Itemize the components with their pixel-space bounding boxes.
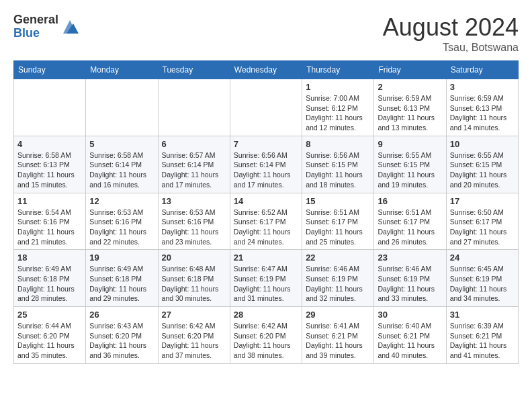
- page-header: General Blue August 2024 Tsau, Botswana: [13, 13, 519, 54]
- day-info: Sunrise: 6:56 AM Sunset: 6:15 PM Dayligh…: [306, 150, 370, 190]
- calendar-day-cell: 4Sunrise: 6:58 AM Sunset: 6:13 PM Daylig…: [14, 136, 86, 193]
- day-info: Sunrise: 6:50 AM Sunset: 6:17 PM Dayligh…: [450, 208, 515, 247]
- day-number: 17: [450, 196, 515, 206]
- day-number: 10: [450, 139, 515, 149]
- day-number: 28: [234, 310, 298, 320]
- calendar-day-cell: 30Sunrise: 6:40 AM Sunset: 6:21 PM Dayli…: [374, 307, 446, 364]
- calendar-day-cell: 1Sunrise: 7:00 AM Sunset: 6:12 PM Daylig…: [302, 79, 374, 136]
- calendar-day-cell: 25Sunrise: 6:44 AM Sunset: 6:20 PM Dayli…: [14, 307, 86, 364]
- day-info: Sunrise: 6:58 AM Sunset: 6:13 PM Dayligh…: [17, 150, 82, 190]
- day-info: Sunrise: 6:57 AM Sunset: 6:14 PM Dayligh…: [162, 150, 226, 190]
- calendar-day-cell: 27Sunrise: 6:42 AM Sunset: 6:20 PM Dayli…: [158, 307, 230, 364]
- weekday-header: Tuesday: [158, 61, 230, 79]
- calendar-day-cell: 12Sunrise: 6:53 AM Sunset: 6:16 PM Dayli…: [86, 193, 158, 250]
- day-number: 14: [234, 196, 298, 206]
- calendar-day-cell: 15Sunrise: 6:51 AM Sunset: 6:17 PM Dayli…: [302, 193, 374, 250]
- day-info: Sunrise: 6:53 AM Sunset: 6:16 PM Dayligh…: [89, 208, 154, 247]
- day-number: 26: [89, 310, 154, 320]
- calendar-day-cell: 23Sunrise: 6:46 AM Sunset: 6:19 PM Dayli…: [374, 250, 446, 307]
- day-info: Sunrise: 6:59 AM Sunset: 6:13 PM Dayligh…: [378, 93, 442, 133]
- day-number: 18: [17, 253, 82, 263]
- day-info: Sunrise: 6:47 AM Sunset: 6:19 PM Dayligh…: [234, 264, 298, 304]
- day-number: 16: [378, 196, 442, 206]
- calendar-day-cell: 22Sunrise: 6:46 AM Sunset: 6:19 PM Dayli…: [302, 250, 374, 307]
- day-number: 31: [450, 310, 515, 320]
- calendar-day-cell: 5Sunrise: 6:58 AM Sunset: 6:14 PM Daylig…: [86, 136, 158, 193]
- day-info: Sunrise: 6:55 AM Sunset: 6:15 PM Dayligh…: [378, 150, 442, 190]
- logo-icon: [60, 17, 80, 37]
- calendar-week-row: 18Sunrise: 6:49 AM Sunset: 6:18 PM Dayli…: [14, 250, 519, 307]
- day-number: 27: [162, 310, 226, 320]
- calendar-day-cell: 26Sunrise: 6:43 AM Sunset: 6:20 PM Dayli…: [86, 307, 158, 364]
- day-info: Sunrise: 6:59 AM Sunset: 6:13 PM Dayligh…: [450, 93, 515, 133]
- weekday-header: Monday: [86, 61, 158, 79]
- calendar-day-cell: 2Sunrise: 6:59 AM Sunset: 6:13 PM Daylig…: [374, 79, 446, 136]
- day-info: Sunrise: 6:41 AM Sunset: 6:21 PM Dayligh…: [306, 321, 370, 361]
- day-info: Sunrise: 6:42 AM Sunset: 6:20 PM Dayligh…: [234, 321, 298, 361]
- day-number: 4: [17, 139, 82, 149]
- weekday-header: Sunday: [14, 61, 86, 79]
- calendar-day-cell: 10Sunrise: 6:55 AM Sunset: 6:15 PM Dayli…: [446, 136, 518, 193]
- day-info: Sunrise: 6:56 AM Sunset: 6:14 PM Dayligh…: [234, 150, 298, 190]
- day-number: 19: [89, 253, 154, 263]
- day-info: Sunrise: 6:48 AM Sunset: 6:18 PM Dayligh…: [162, 264, 226, 304]
- day-number: 8: [306, 139, 370, 149]
- day-number: 29: [306, 310, 370, 320]
- day-info: Sunrise: 6:51 AM Sunset: 6:17 PM Dayligh…: [378, 208, 442, 247]
- day-info: Sunrise: 6:39 AM Sunset: 6:21 PM Dayligh…: [450, 321, 515, 361]
- calendar-week-row: 1Sunrise: 7:00 AM Sunset: 6:12 PM Daylig…: [14, 79, 519, 136]
- calendar-day-cell: 8Sunrise: 6:56 AM Sunset: 6:15 PM Daylig…: [302, 136, 374, 193]
- day-number: 11: [17, 196, 82, 206]
- day-info: Sunrise: 6:45 AM Sunset: 6:19 PM Dayligh…: [450, 264, 515, 304]
- calendar-week-row: 4Sunrise: 6:58 AM Sunset: 6:13 PM Daylig…: [14, 136, 519, 193]
- day-info: Sunrise: 6:49 AM Sunset: 6:18 PM Dayligh…: [89, 264, 154, 304]
- day-info: Sunrise: 6:51 AM Sunset: 6:17 PM Dayligh…: [306, 208, 370, 247]
- calendar-day-cell: [14, 79, 86, 136]
- day-info: Sunrise: 6:52 AM Sunset: 6:17 PM Dayligh…: [234, 208, 298, 247]
- calendar-day-cell: 16Sunrise: 6:51 AM Sunset: 6:17 PM Dayli…: [374, 193, 446, 250]
- day-number: 3: [450, 82, 515, 92]
- day-number: 22: [306, 253, 370, 263]
- calendar-day-cell: 18Sunrise: 6:49 AM Sunset: 6:18 PM Dayli…: [14, 250, 86, 307]
- calendar-day-cell: 28Sunrise: 6:42 AM Sunset: 6:20 PM Dayli…: [230, 307, 302, 364]
- month-year: August 2024: [383, 13, 519, 42]
- location: Tsau, Botswana: [383, 42, 519, 54]
- day-info: Sunrise: 6:40 AM Sunset: 6:21 PM Dayligh…: [378, 321, 442, 361]
- weekday-header: Friday: [374, 61, 446, 79]
- calendar-table: SundayMondayTuesdayWednesdayThursdayFrid…: [13, 60, 519, 364]
- calendar-day-cell: 13Sunrise: 6:53 AM Sunset: 6:16 PM Dayli…: [158, 193, 230, 250]
- day-info: Sunrise: 6:46 AM Sunset: 6:19 PM Dayligh…: [378, 264, 442, 304]
- day-number: 1: [306, 82, 370, 92]
- day-number: 13: [162, 196, 226, 206]
- day-info: Sunrise: 6:55 AM Sunset: 6:15 PM Dayligh…: [450, 150, 515, 190]
- calendar-week-row: 25Sunrise: 6:44 AM Sunset: 6:20 PM Dayli…: [14, 307, 519, 364]
- calendar-day-cell: 3Sunrise: 6:59 AM Sunset: 6:13 PM Daylig…: [446, 79, 518, 136]
- calendar-day-cell: 31Sunrise: 6:39 AM Sunset: 6:21 PM Dayli…: [446, 307, 518, 364]
- calendar-day-cell: 20Sunrise: 6:48 AM Sunset: 6:18 PM Dayli…: [158, 250, 230, 307]
- day-number: 7: [234, 139, 298, 149]
- day-info: Sunrise: 6:43 AM Sunset: 6:20 PM Dayligh…: [89, 321, 154, 361]
- day-number: 23: [378, 253, 442, 263]
- calendar-day-cell: 9Sunrise: 6:55 AM Sunset: 6:15 PM Daylig…: [374, 136, 446, 193]
- calendar-header-row: SundayMondayTuesdayWednesdayThursdayFrid…: [14, 61, 519, 79]
- logo: General Blue: [13, 13, 80, 40]
- calendar-day-cell: [158, 79, 230, 136]
- calendar-week-row: 11Sunrise: 6:54 AM Sunset: 6:16 PM Dayli…: [14, 193, 519, 250]
- calendar-day-cell: 19Sunrise: 6:49 AM Sunset: 6:18 PM Dayli…: [86, 250, 158, 307]
- day-info: Sunrise: 6:44 AM Sunset: 6:20 PM Dayligh…: [17, 321, 82, 361]
- logo-general: General: [13, 13, 58, 26]
- day-number: 2: [378, 82, 442, 92]
- calendar-day-cell: 11Sunrise: 6:54 AM Sunset: 6:16 PM Dayli…: [14, 193, 86, 250]
- day-number: 6: [162, 139, 226, 149]
- logo-blue: Blue: [13, 26, 40, 40]
- day-info: Sunrise: 6:53 AM Sunset: 6:16 PM Dayligh…: [162, 208, 226, 247]
- calendar-day-cell: 6Sunrise: 6:57 AM Sunset: 6:14 PM Daylig…: [158, 136, 230, 193]
- day-number: 15: [306, 196, 370, 206]
- calendar-day-cell: 29Sunrise: 6:41 AM Sunset: 6:21 PM Dayli…: [302, 307, 374, 364]
- title-block: August 2024 Tsau, Botswana: [383, 13, 519, 54]
- calendar-day-cell: [230, 79, 302, 136]
- day-info: Sunrise: 6:46 AM Sunset: 6:19 PM Dayligh…: [306, 264, 370, 304]
- day-number: 20: [162, 253, 226, 263]
- day-number: 21: [234, 253, 298, 263]
- calendar-day-cell: 14Sunrise: 6:52 AM Sunset: 6:17 PM Dayli…: [230, 193, 302, 250]
